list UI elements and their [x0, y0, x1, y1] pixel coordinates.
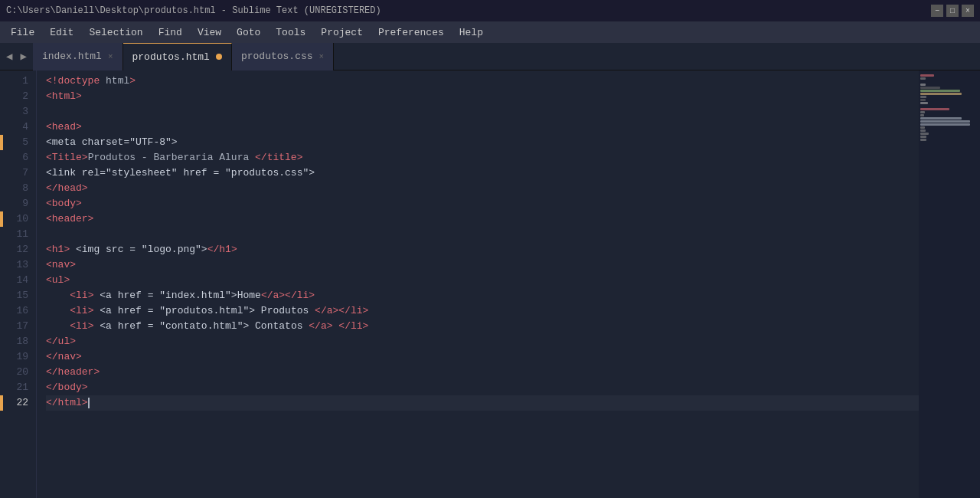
code-line-2: <html>: [46, 89, 919, 104]
menu-item-help[interactable]: Help: [452, 24, 491, 41]
line-number-16: 16: [3, 303, 36, 319]
code-line-10: <header>: [46, 211, 919, 227]
tab-prev-btn[interactable]: ◀: [3, 48, 15, 64]
code-line-16: <li> <a href = "produtos.html"> Produtos…: [46, 303, 919, 319]
line-number-9: 9: [3, 196, 36, 211]
tab-label: index.html: [42, 51, 102, 62]
code-line-7: <link rel="stylesheet" href = "produtos.…: [46, 165, 919, 181]
line-number-10: 10: [3, 211, 36, 227]
tab-modified-indicator: [216, 54, 222, 60]
line-number-7: 7: [3, 165, 36, 181]
menu-item-goto[interactable]: Goto: [229, 24, 268, 41]
left-gutter: [0, 70, 3, 498]
menu-bar: FileEditSelectionFindViewGotoToolsProjec…: [0, 21, 980, 43]
maximize-btn[interactable]: □: [946, 5, 959, 17]
minimap-line-18: [920, 126, 925, 129]
code-line-20: </header>: [46, 365, 919, 380]
line-number-18: 18: [3, 334, 36, 349]
line-number-17: 17: [3, 319, 36, 334]
line-number-3: 3: [3, 104, 36, 120]
code-line-1: <!doctype html>: [46, 74, 919, 89]
line-number-8: 8: [3, 181, 36, 196]
code-line-13: <nav>: [46, 257, 919, 273]
code-line-15: <li> <a href = "index.html">Home</a></li…: [46, 288, 919, 303]
tab-next-btn[interactable]: ▶: [17, 48, 29, 64]
menu-item-preferences[interactable]: Preferences: [371, 24, 452, 41]
minimap-line-6: [920, 90, 960, 92]
menu-item-find[interactable]: Find: [151, 24, 190, 41]
minimap-line-12: [920, 108, 949, 110]
minimap-line-20: [920, 133, 929, 135]
line-number-22: 22: [3, 395, 36, 411]
minimap-line-17: [920, 123, 970, 126]
window-title: C:\Users\Daniell\Desktop\produtos.html -…: [6, 5, 381, 16]
minimize-btn[interactable]: −: [931, 5, 943, 17]
code-line-14: <ul>: [46, 273, 919, 288]
tab-close-btn[interactable]: ×: [319, 52, 325, 61]
minimap-line-16: [920, 120, 970, 123]
line-number-13: 13: [3, 257, 36, 273]
menu-item-tools[interactable]: Tools: [268, 24, 313, 41]
line-number-20: 20: [3, 365, 36, 380]
minimap-line-9: [920, 99, 926, 101]
minimap-line-1: [920, 74, 934, 77]
tab-1[interactable]: produtos.html: [123, 43, 232, 70]
minimap-line-21: [920, 136, 926, 138]
menu-item-file[interactable]: File: [3, 24, 42, 41]
menu-item-edit[interactable]: Edit: [42, 24, 81, 41]
tab-label: produtos.css: [241, 51, 313, 62]
editor-container: 12345678910111213141516171819202122 <!do…: [0, 70, 980, 498]
line-number-2: 2: [3, 89, 36, 104]
code-editor[interactable]: <!doctype html><html> <head><meta charse…: [37, 70, 919, 498]
code-line-8: </head>: [46, 181, 919, 196]
tab-0[interactable]: index.html×: [33, 43, 123, 70]
gutter-mark-line-10: [0, 211, 3, 227]
line-number-14: 14: [3, 273, 36, 288]
code-line-18: </ul>: [46, 334, 919, 349]
minimap-line-5: [920, 87, 940, 89]
tab-bar: ◀ ▶ index.html×produtos.htmlprodutos.css…: [0, 43, 980, 70]
code-line-3: [46, 104, 919, 120]
minimap: [919, 70, 980, 498]
code-line-6: <Title>Produtos - Barberaria Alura </tit…: [46, 150, 919, 165]
line-number-21: 21: [3, 380, 36, 395]
menu-item-project[interactable]: Project: [313, 24, 371, 41]
minimap-line-7: [920, 93, 962, 95]
menu-item-view[interactable]: View: [190, 24, 229, 41]
minimap-line-2: [920, 77, 926, 80]
tab-label: produtos.html: [132, 51, 210, 63]
line-number-11: 11: [3, 227, 36, 242]
minimap-line-4: [920, 84, 926, 86]
tab-nav: ◀ ▶: [0, 48, 33, 64]
line-number-15: 15: [3, 288, 36, 303]
tab-2[interactable]: produtos.css×: [232, 43, 334, 70]
line-number-19: 19: [3, 349, 36, 365]
line-number-5: 5: [3, 135, 36, 150]
window-controls: − □ ×: [931, 5, 974, 17]
code-line-9: <body>: [46, 196, 919, 211]
close-btn[interactable]: ×: [962, 5, 974, 17]
code-line-11: [46, 227, 919, 242]
menu-item-selection[interactable]: Selection: [81, 24, 150, 41]
line-number-6: 6: [3, 150, 36, 165]
code-line-12: <h1> <img src = "logo.png"></h1>: [46, 242, 919, 257]
code-line-5: <meta charset="UTF-8">: [46, 135, 919, 150]
gutter-mark-line-5: [0, 135, 3, 150]
code-line-22: </html>: [46, 395, 919, 411]
code-line-17: <li> <a href = "contato.html"> Contatos …: [46, 319, 919, 334]
gutter-mark-line-22: [0, 395, 3, 411]
code-line-4: <head>: [46, 120, 919, 135]
line-number-12: 12: [3, 242, 36, 257]
line-numbers: 12345678910111213141516171819202122: [3, 70, 37, 498]
minimap-line-15: [920, 117, 962, 120]
code-line-21: </body>: [46, 380, 919, 395]
minimap-line-19: [920, 129, 926, 132]
code-line-19: </nav>: [46, 349, 919, 365]
minimap-line-14: [920, 114, 924, 116]
line-number-1: 1: [3, 74, 36, 89]
minimap-line-8: [920, 96, 926, 98]
line-number-4: 4: [3, 120, 36, 135]
tab-close-btn[interactable]: ×: [108, 52, 113, 61]
minimap-line-13: [920, 111, 925, 113]
minimap-line-22: [920, 139, 926, 141]
